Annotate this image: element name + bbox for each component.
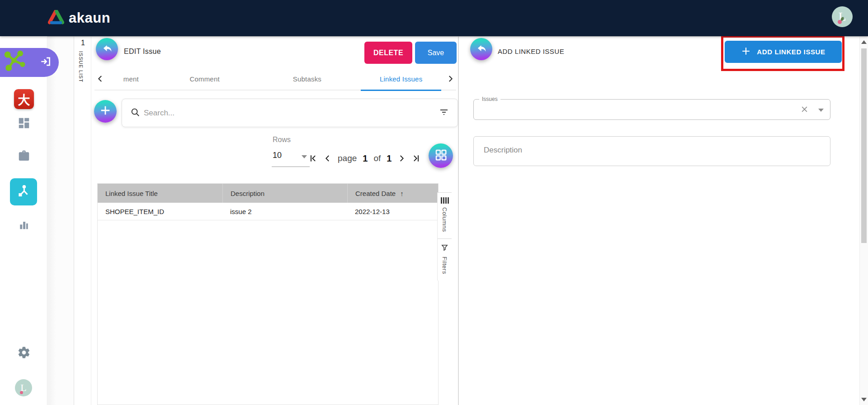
scrollbar-thumb[interactable]: [861, 48, 867, 243]
cell-linked-issue-title: SHOPEE_ITEM_ID: [98, 203, 222, 220]
scroll-down-icon[interactable]: [861, 398, 867, 401]
first-page-icon[interactable]: [309, 154, 318, 163]
filters-label: Filters: [441, 257, 448, 274]
filter-funnel-icon: [441, 243, 448, 253]
cell-description: issue 2: [222, 203, 347, 220]
workflow-icon: [16, 183, 31, 200]
sidebar-item-workflow-active[interactable]: [10, 178, 37, 205]
tab-comment[interactable]: Comment: [156, 67, 254, 90]
akaun-logo: akaun: [48, 10, 110, 26]
search-bar: [122, 99, 458, 127]
issues-select-field[interactable]: Issues: [473, 99, 830, 120]
tabs-scroll-left-icon[interactable]: [94, 67, 106, 90]
edit-issue-title: EDIT Issue: [124, 48, 161, 56]
linked-issues-table: Linked Issue Title Description Created D…: [97, 183, 439, 405]
last-page-icon[interactable]: [411, 154, 420, 163]
chevron-down-icon: [302, 155, 307, 158]
column-header-linked-issue-title[interactable]: Linked Issue Title: [98, 184, 222, 203]
column-header-created-date[interactable]: Created Date ↑: [347, 184, 438, 203]
sort-ascending-icon: ↑: [400, 190, 404, 197]
total-pages-number: 1: [387, 153, 392, 164]
dashboard-icon: [17, 116, 31, 132]
gear-icon: [17, 346, 31, 361]
back-button[interactable]: [470, 38, 492, 60]
tab-linked-issues[interactable]: Linked Issues: [361, 67, 441, 90]
clear-icon[interactable]: [801, 105, 808, 115]
plus-icon: [99, 104, 112, 119]
avatar-flower-decoration: [20, 391, 23, 394]
edit-issue-panel: 1 ISSUE LIST EDIT Issue DELETE Save ment…: [75, 37, 458, 405]
sidebar-item-briefcase[interactable]: [0, 149, 47, 165]
next-page-icon[interactable]: [397, 154, 406, 162]
user-avatar[interactable]: L: [832, 6, 853, 27]
navbar-divider: [0, 36, 868, 37]
top-navbar: akaun L: [0, 0, 868, 36]
description-field: [473, 136, 830, 166]
chevron-down-icon[interactable]: [818, 109, 824, 112]
back-arrow-icon: [476, 43, 487, 56]
login-icon: [40, 56, 52, 69]
back-arrow-icon: [101, 43, 113, 56]
page-scrollbar[interactable]: [859, 37, 868, 405]
table-header-row: Linked Issue Title Description Created D…: [98, 184, 438, 203]
search-icon: [130, 107, 140, 119]
page-word: page: [338, 153, 357, 163]
pagination: page 1 of 1: [309, 147, 420, 170]
table-side-tools: Columns Filters: [437, 192, 452, 281]
issues-field-label: Issues: [479, 96, 500, 102]
sidebar-item-dashboard[interactable]: [0, 116, 47, 132]
sidebar-item-settings[interactable]: [0, 346, 47, 361]
description-input[interactable]: [474, 137, 830, 166]
molecule-icon: [2, 48, 27, 76]
current-page-number: 1: [363, 153, 368, 164]
app-sidebar: 大 L: [0, 36, 47, 405]
of-word: of: [373, 153, 381, 163]
sidebar-item-reports[interactable]: [0, 217, 47, 233]
add-linked-issue-plus-button[interactable]: [94, 100, 117, 123]
columns-icon: [441, 197, 449, 204]
bar-chart-icon: [17, 217, 31, 233]
grid-view-button[interactable]: [429, 143, 453, 168]
da-glyph: 大: [18, 91, 30, 108]
delete-button[interactable]: DELETE: [364, 42, 412, 64]
briefcase-icon: [17, 149, 31, 165]
filters-side-tab[interactable]: Filters: [438, 238, 452, 281]
rows-per-page-value: 10: [273, 151, 282, 160]
tab-subtasks[interactable]: Subtasks: [256, 67, 358, 90]
add-linked-issue-title: ADD LINKED ISSUE: [498, 48, 564, 55]
sidebar-network-banner[interactable]: [0, 48, 59, 77]
filter-list-icon[interactable]: [439, 107, 449, 119]
edit-issue-tabbar: ment Comment Subtasks Linked Issues: [94, 68, 456, 91]
rows-per-page-label: Rows: [273, 136, 291, 144]
tabs-scroll-right-icon[interactable]: [444, 67, 456, 90]
issue-count-badge: 1: [75, 39, 91, 47]
save-button[interactable]: Save: [415, 42, 457, 64]
search-input[interactable]: [144, 109, 439, 118]
plus-icon: [741, 46, 751, 57]
sidebar-profile-avatar[interactable]: L: [15, 379, 32, 396]
table-row[interactable]: SHOPEE_ITEM_ID issue 2 2022-12-13: [98, 203, 438, 220]
columns-label: Columns: [441, 207, 448, 232]
rows-per-page-select[interactable]: 10: [272, 149, 310, 167]
add-linked-issue-button[interactable]: ADD LINKED ISSUE: [725, 41, 842, 63]
issue-list-label: ISSUE LIST: [78, 51, 84, 82]
scroll-up-icon[interactable]: [861, 40, 867, 44]
sidebar-item-da-app[interactable]: 大: [14, 89, 34, 109]
brand-name: akaun: [69, 10, 110, 26]
column-header-description[interactable]: Description: [222, 184, 347, 203]
columns-side-tab[interactable]: Columns: [438, 192, 452, 238]
akaun-triangle-icon: [48, 10, 64, 26]
panel-divider: [458, 37, 459, 405]
previous-page-icon[interactable]: [324, 154, 332, 162]
back-button[interactable]: [96, 38, 118, 60]
avatar-flower-decoration: [838, 20, 842, 24]
add-linked-issue-panel: ADD LINKED ISSUE ADD LINKED ISSUE Issues: [459, 37, 859, 405]
add-linked-issue-button-label: ADD LINKED ISSUE: [757, 48, 825, 56]
collapsed-list-gutter: [48, 37, 74, 405]
created-date-label: Created Date: [355, 190, 396, 197]
cell-created-date: 2022-12-13: [347, 203, 438, 220]
tab-attachment-truncated[interactable]: ment: [109, 67, 153, 90]
issue-list-collapsed-tab[interactable]: 1 ISSUE LIST: [75, 37, 91, 405]
grid-icon: [434, 148, 448, 163]
